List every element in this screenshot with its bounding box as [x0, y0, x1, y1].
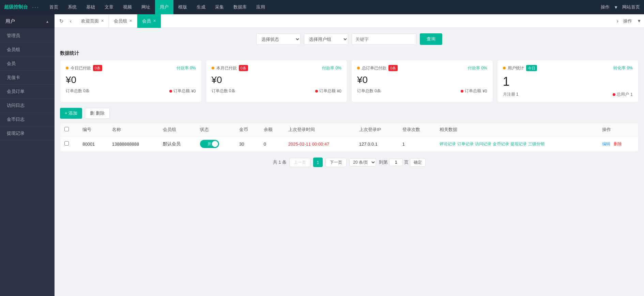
sidebar-item-visit-log[interactable]: 访问日志 — [0, 99, 55, 113]
nav-app[interactable]: 应用 — [251, 0, 270, 14]
refresh-button[interactable]: ↻ — [57, 17, 66, 26]
delete-button[interactable]: 删 删除 — [85, 108, 110, 119]
tab-bar: ↻ ‹ 欢迎页面 ✕ 会员组 ✕ 会员 ✕ › 操作 — [55, 14, 644, 28]
tab-member[interactable]: 会员 ✕ — [137, 14, 161, 28]
site-home-link[interactable]: 网站首页 — [622, 4, 640, 10]
pagination-total: 共 1 条 — [273, 159, 287, 165]
col-login-count: 登录次数 — [398, 123, 435, 136]
stat-month-label: 本月已付款 — [216, 65, 237, 71]
tab-welcome[interactable]: 欢迎页面 ✕ — [76, 14, 109, 28]
stat-card-user-header: 用户统计 今日 转化率 0% — [503, 65, 633, 71]
stat-today-badge: 0条 — [93, 65, 102, 71]
status-select[interactable]: 选择状态 — [256, 33, 301, 45]
nav-collect[interactable]: 采集 — [210, 0, 229, 14]
content-area: ↻ ‹ 欢迎页面 ✕ 会员组 ✕ 会员 ✕ › 操作 — [55, 14, 644, 296]
stat-card-today: 今日已付款 0条 付款率 0% ¥0 订单总数 — [60, 60, 202, 102]
col-ops: 操作 — [598, 123, 638, 136]
link-coin[interactable]: 金币记录 — [493, 141, 509, 147]
row-status: 开启 — [196, 136, 235, 152]
per-page-dropdown[interactable]: 20 条/页 — [349, 158, 376, 166]
sidebar-item-member-group[interactable]: 会员组 — [0, 43, 55, 57]
nav-basic[interactable]: 基础 — [81, 0, 100, 14]
related-links: 评论记录 订单记录 访问记录 金币记录 提现记录 三级分销 — [440, 141, 594, 147]
red-dot-icon-4 — [613, 93, 615, 96]
link-comment[interactable]: 评论记录 — [440, 141, 456, 147]
tab-controls: ↻ ‹ — [57, 17, 74, 26]
chevron-down-icon: ▼ — [614, 5, 618, 10]
link-visit[interactable]: 访问记录 — [475, 141, 491, 147]
col-last-login-time: 上次登录时间 — [284, 123, 355, 136]
sidebar-item-topup[interactable]: 充值卡 — [0, 71, 55, 85]
per-page-select: 20 条/页 — [349, 158, 376, 166]
query-button[interactable]: 查询 — [420, 33, 442, 45]
filter-bar: 选择状态 选择用户组 查询 — [60, 33, 639, 45]
back-button[interactable]: ‹ — [68, 17, 74, 25]
red-dot-icon-3 — [461, 90, 463, 93]
next-page-button[interactable]: 下一页 — [325, 158, 347, 167]
tab-ops-button[interactable]: 操作 — [621, 18, 634, 24]
sidebar-item-admin[interactable]: 管理员 — [0, 29, 55, 43]
main-layout: 用户 ▲ 管理员 会员组 会员 充值卡 会员订单 访问日志 金币日志 提现记录 … — [0, 14, 644, 296]
stat-month-rate: 付款率 0% — [322, 65, 341, 71]
sidebar-item-coin-log[interactable]: 金币日志 — [0, 113, 55, 127]
current-page-number[interactable]: 1 — [313, 158, 323, 167]
tab-nav-right-icon[interactable]: › — [617, 18, 618, 24]
tabs: 欢迎页面 ✕ 会员组 ✕ 会员 ✕ — [76, 14, 617, 28]
sidebar-item-member[interactable]: 会员 — [0, 57, 55, 71]
nav-user[interactable]: 用户 — [155, 0, 173, 14]
stat-total-footer: 订单总数 0条 订单总额 ¥0 — [357, 88, 487, 94]
stats-title: 数据统计 — [60, 50, 639, 56]
stat-total-label: 总订单已付款 — [362, 65, 386, 71]
col-balance: 余额 — [260, 123, 284, 136]
sidebar-collapse-icon[interactable]: ▲ — [46, 20, 49, 23]
top-navigation: 超级控制台 ··· 首页 系统 基础 文章 视频 网址 用户 模版 生成 采集 … — [0, 0, 644, 14]
keyword-input[interactable] — [352, 33, 416, 45]
col-coins: 金币 — [235, 123, 260, 136]
row-related: 评论记录 订单记录 访问记录 金币记录 提现记录 三级分销 — [435, 136, 598, 152]
stat-total-badge: 0条 — [388, 65, 398, 71]
nav-template[interactable]: 模版 — [173, 0, 192, 14]
ops-dropdown[interactable]: 操作 — [601, 4, 610, 10]
nav-home[interactable]: 首页 — [45, 0, 63, 14]
nav-site[interactable]: 网址 — [137, 0, 155, 14]
sidebar-item-withdraw[interactable]: 提现记录 — [0, 127, 55, 141]
sidebar-title: 用户 — [5, 18, 15, 24]
stat-today-label: 今日已付款 — [71, 65, 91, 71]
toggle-knob — [212, 141, 218, 147]
tab-member-group[interactable]: 会员组 ✕ — [109, 14, 137, 28]
col-related: 相关数据 — [435, 123, 598, 136]
nav-video[interactable]: 视频 — [118, 0, 137, 14]
nav-database[interactable]: 数据库 — [229, 0, 251, 14]
stat-month-footer: 订单总数 0条 订单总额 ¥0 — [212, 88, 342, 94]
nav-article[interactable]: 文章 — [100, 0, 118, 14]
delete-link[interactable]: 删除 — [614, 142, 622, 146]
orange-dot-icon — [66, 67, 68, 69]
sidebar-item-member-order[interactable]: 会员订单 — [0, 85, 55, 99]
add-button[interactable]: + 添加 — [60, 108, 82, 119]
link-distribution[interactable]: 三级分销 — [528, 141, 545, 147]
link-withdraw[interactable]: 提现记录 — [510, 141, 527, 147]
data-table: 编号 名称 会员组 状态 金币 余额 上次登录时间 上次登录IP 登录次数 相关… — [60, 123, 639, 152]
red-dot-icon — [169, 90, 172, 93]
col-status: 状态 — [196, 123, 235, 136]
prev-page-button[interactable]: 上一页 — [289, 158, 310, 167]
tab-welcome-close[interactable]: ✕ — [101, 19, 104, 23]
goto-confirm-button[interactable]: 确定 — [410, 158, 426, 167]
nav-generate[interactable]: 生成 — [192, 0, 210, 14]
group-select[interactable]: 选择用户组 — [304, 33, 348, 45]
status-toggle[interactable]: 开启 — [200, 140, 219, 148]
goto-input[interactable] — [389, 159, 403, 166]
row-checkbox[interactable] — [64, 141, 69, 146]
col-last-login-ip: 上次登录IP — [355, 123, 398, 136]
tab-right-ops: › 操作 ▼ — [617, 18, 641, 24]
select-all-checkbox[interactable] — [64, 127, 69, 131]
tab-member-group-close[interactable]: ✕ — [129, 19, 132, 23]
dots-menu[interactable]: ··· — [32, 4, 39, 11]
nav-system[interactable]: 系统 — [63, 0, 81, 14]
row-balance: 0 — [260, 136, 284, 152]
stat-user-amount: 1 — [503, 75, 633, 89]
pagination: 共 1 条 上一页 1 下一页 20 条/页 到第 页 确定 — [60, 158, 639, 167]
tab-member-close[interactable]: ✕ — [153, 19, 156, 23]
link-order[interactable]: 订单记录 — [457, 141, 474, 147]
edit-link[interactable]: 编辑 — [602, 142, 610, 146]
